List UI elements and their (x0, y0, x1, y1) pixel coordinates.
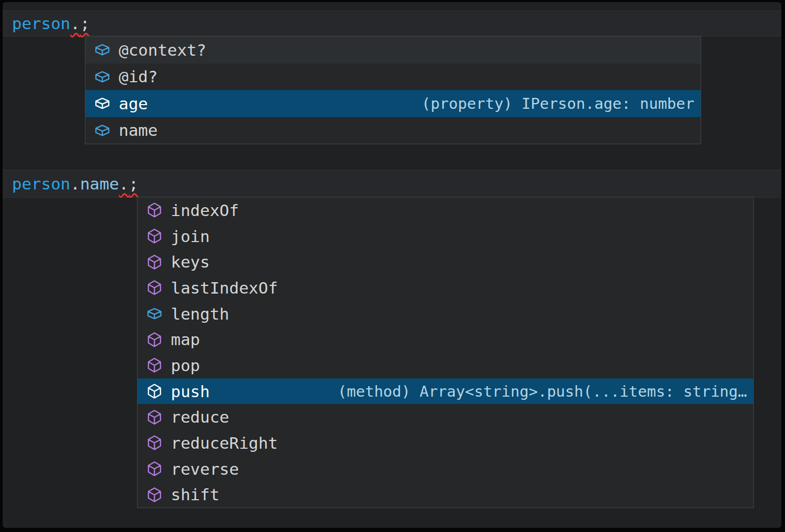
symbol-method-icon (146, 486, 163, 503)
suggest-item-map[interactable]: map (138, 326, 753, 352)
code-text: person.name.; (12, 176, 139, 192)
symbol-field-icon (94, 68, 111, 85)
code-line-person[interactable]: person.; (3, 10, 781, 36)
symbol-field-icon (94, 122, 111, 139)
suggest-item-reduce[interactable]: reduce (138, 404, 753, 430)
suggest-item-label: reduce (171, 408, 229, 426)
suggest-item-lastindexof[interactable]: lastIndexOf (138, 275, 753, 301)
symbol-method-icon (146, 383, 163, 400)
symbol-method-icon (146, 409, 163, 426)
variable-token: person (12, 174, 70, 193)
suggest-item-label: map (171, 330, 200, 349)
code-line-person-name[interactable]: person.name.; (3, 170, 781, 198)
suggest-item-label: push (171, 382, 210, 401)
suggest-item-label: age (119, 94, 148, 113)
suggest-item-label: reduceRight (171, 434, 278, 452)
suggest-item-shift[interactable]: shift (138, 482, 753, 508)
symbol-method-icon (146, 201, 163, 219)
suggest-item-label: length (171, 305, 229, 323)
suggest-item-name[interactable]: name (85, 117, 701, 144)
code-editor[interactable]: person.; person.name.; @context? @id? ag… (3, 2, 781, 528)
suggest-item-age-selected[interactable]: age (property) IPerson.age: number (85, 90, 701, 117)
suggest-item-detail: (method) Array<string>.push(...items: st… (327, 383, 747, 400)
suggest-item-keys[interactable]: keys (138, 249, 753, 275)
suggest-item-label: join (171, 227, 210, 246)
semicolon-token-error: ; (129, 174, 139, 193)
suggest-item-indexof[interactable]: indexOf (138, 197, 753, 223)
symbol-method-icon (146, 434, 163, 451)
suggest-item-label: keys (171, 252, 210, 271)
suggest-item-label: reverse (171, 460, 239, 478)
suggest-widget-name: indexOf join keys lastIndexOf length map (137, 197, 754, 508)
suggest-item-join[interactable]: join (138, 223, 753, 249)
dot-token: . (70, 174, 80, 193)
suggest-item-length[interactable]: length (138, 301, 753, 327)
dot-token-error: . (119, 174, 129, 193)
dot-token-error: . (70, 14, 80, 33)
symbol-method-icon (146, 254, 163, 271)
suggest-item-label: shift (171, 485, 219, 504)
semicolon-token-error: ; (80, 14, 90, 33)
code-text: person.; (12, 16, 90, 32)
suggest-item-push-selected[interactable]: push (method) Array<string>.push(...item… (138, 378, 753, 404)
editor-screenshot: person.; person.name.; @context? @id? ag… (0, 0, 785, 532)
suggest-item-pop[interactable]: pop (138, 352, 753, 378)
suggest-item-label: name (119, 121, 158, 140)
suggest-widget-person: @context? @id? age (property) IPerson.ag… (85, 36, 701, 144)
symbol-method-icon (146, 460, 163, 477)
symbol-field-icon (146, 305, 163, 322)
suggest-item-id[interactable]: @id? (85, 64, 701, 91)
symbol-method-icon (146, 227, 163, 245)
suggest-item-label: @id? (119, 67, 158, 86)
suggest-item-detail: (property) IPerson.age: number (411, 95, 694, 112)
symbol-field-icon (94, 41, 111, 58)
symbol-method-icon (146, 279, 163, 296)
symbol-field-icon (94, 95, 111, 112)
symbol-method-icon (146, 331, 163, 348)
suggest-item-context[interactable]: @context? (85, 36, 701, 64)
suggest-item-label: pop (171, 356, 200, 375)
suggest-item-label: indexOf (171, 201, 239, 220)
suggest-item-label: @context? (119, 41, 206, 59)
suggest-item-reverse[interactable]: reverse (138, 456, 753, 482)
suggest-item-label: lastIndexOf (171, 278, 278, 297)
property-token: name (80, 174, 119, 193)
suggest-item-reduceright[interactable]: reduceRight (138, 430, 753, 456)
symbol-method-icon (146, 357, 163, 374)
variable-token: person (12, 14, 70, 33)
